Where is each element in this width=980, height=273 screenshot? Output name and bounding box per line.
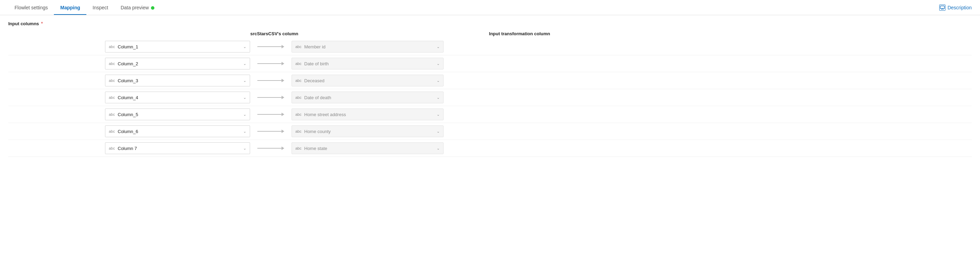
arrow-head: [282, 45, 284, 48]
src-type-badge: abc: [109, 45, 115, 49]
transform-column-value: Home county: [304, 129, 434, 134]
src-column-value: Column_4: [118, 95, 241, 100]
src-chevron-icon: ⌄: [243, 95, 246, 100]
transform-column-dropdown: abc Home street address ⌄: [291, 109, 444, 120]
mapping-column-headers: srcStarsCSV's column Input transformatio…: [8, 31, 972, 36]
mapping-arrow: [250, 45, 291, 48]
description-label: Description: [948, 5, 972, 10]
arrow-body: [257, 148, 282, 148]
transform-column-value: Deceased: [304, 78, 434, 83]
src-type-badge: abc: [109, 78, 115, 83]
arrow-body: [257, 114, 282, 115]
mapping-arrow: [250, 113, 291, 116]
description-icon: [939, 5, 945, 11]
tab-data-preview[interactable]: Data preview: [115, 1, 161, 14]
arrow-line: [257, 45, 284, 48]
arrow-line: [257, 96, 284, 99]
transform-column-dropdown: abc Home state ⌄: [291, 142, 444, 154]
arrow-head: [282, 113, 284, 116]
mapping-row: abc Column_5 ⌄ abc Home street address ⌄: [8, 106, 972, 123]
data-preview-status-dot: [151, 6, 154, 10]
arrow-line: [257, 113, 284, 116]
src-column-dropdown[interactable]: abc Column_3 ⌄: [105, 75, 250, 86]
src-column-dropdown[interactable]: abc Column_4 ⌄: [105, 92, 250, 103]
arrow-line: [257, 79, 284, 82]
src-column-value: Column_5: [118, 112, 241, 117]
arrow-body: [257, 46, 282, 47]
src-column-dropdown[interactable]: abc Column_2 ⌄: [105, 58, 250, 69]
mapping-arrow: [250, 129, 291, 133]
top-navigation: Flowlet settingsMappingInspectData previ…: [0, 0, 980, 15]
mapping-row: abc Column_1 ⌄ abc Member id ⌄: [8, 38, 972, 55]
src-column-header: srcStarsCSV's column: [202, 31, 347, 36]
src-type-badge: abc: [109, 146, 115, 150]
src-column-value: Column_2: [118, 61, 241, 66]
description-button[interactable]: Description: [939, 5, 972, 11]
transform-chevron-icon: ⌄: [437, 95, 440, 100]
arrow-line: [257, 129, 284, 133]
transform-column-header: Input transformation column: [444, 31, 595, 36]
mapping-row: abc Column_6 ⌄ abc Home county ⌄: [8, 123, 972, 140]
arrow-body: [257, 131, 282, 132]
transform-chevron-icon: ⌄: [437, 112, 440, 117]
src-chevron-icon: ⌄: [243, 129, 246, 134]
transform-column-dropdown: abc Date of death ⌄: [291, 92, 444, 103]
transform-column-dropdown: abc Home county ⌄: [291, 125, 444, 137]
mapping-arrow: [250, 79, 291, 82]
arrow-head: [282, 129, 284, 133]
src-chevron-icon: ⌄: [243, 45, 246, 49]
transform-column-dropdown: abc Deceased ⌄: [291, 75, 444, 86]
transform-type-badge: abc: [295, 112, 302, 117]
src-column-value: Column_1: [118, 44, 241, 49]
src-column-dropdown[interactable]: abc Column_5 ⌄: [105, 109, 250, 120]
transform-column-value: Date of birth: [304, 61, 434, 66]
arrow-body: [257, 63, 282, 64]
mapping-row: abc Column_2 ⌄ abc Date of birth ⌄: [8, 55, 972, 72]
svg-rect-0: [940, 6, 944, 9]
src-column-value: Column_6: [118, 129, 241, 134]
arrow-body: [257, 97, 282, 98]
transform-type-badge: abc: [295, 45, 302, 49]
tab-inspect[interactable]: Inspect: [86, 1, 115, 14]
src-chevron-icon: ⌄: [243, 146, 246, 151]
transform-column-dropdown: abc Member id ⌄: [291, 41, 444, 53]
transform-chevron-icon: ⌄: [437, 146, 440, 151]
required-star: *: [40, 21, 43, 26]
arrow-line: [257, 147, 284, 150]
transform-type-badge: abc: [295, 95, 302, 99]
transform-type-badge: abc: [295, 146, 302, 150]
arrow-head: [282, 79, 284, 82]
mapping-rows-container: abc Column_1 ⌄ abc Member id ⌄ abc Colum…: [8, 38, 972, 157]
src-type-badge: abc: [109, 129, 115, 133]
transform-column-value: Home state: [304, 146, 434, 151]
tab-mapping[interactable]: Mapping: [54, 1, 86, 14]
arrow-head: [282, 147, 284, 150]
mapping-arrow: [250, 96, 291, 99]
src-type-badge: abc: [109, 62, 115, 65]
mapping-arrow: [250, 62, 291, 65]
src-chevron-icon: ⌄: [243, 112, 246, 117]
src-type-badge: abc: [109, 95, 115, 99]
src-column-value: Column 7: [118, 146, 241, 151]
src-column-dropdown[interactable]: abc Column_1 ⌄: [105, 41, 250, 53]
transform-column-dropdown: abc Date of birth ⌄: [291, 58, 444, 69]
transform-chevron-icon: ⌄: [437, 129, 440, 134]
src-type-badge: abc: [109, 112, 115, 117]
src-column-dropdown[interactable]: abc Column_6 ⌄: [105, 125, 250, 137]
mapping-arrow: [250, 147, 291, 150]
src-chevron-icon: ⌄: [243, 62, 246, 66]
arrow-body: [257, 80, 282, 81]
transform-column-value: Date of death: [304, 95, 434, 100]
transform-column-value: Home street address: [304, 112, 434, 117]
transform-type-badge: abc: [295, 129, 302, 133]
mapping-row: abc Column 7 ⌄ abc Home state ⌄: [8, 140, 972, 157]
src-column-dropdown[interactable]: abc Column 7 ⌄: [105, 142, 250, 154]
tab-flowlet-settings[interactable]: Flowlet settings: [8, 1, 54, 14]
transform-column-value: Member id: [304, 44, 434, 49]
transform-type-badge: abc: [295, 78, 302, 83]
arrow-head: [282, 62, 284, 65]
input-columns-section-label: Input columns *: [8, 21, 972, 26]
transform-chevron-icon: ⌄: [437, 45, 440, 49]
arrow-head: [282, 96, 284, 99]
mapping-row: abc Column_3 ⌄ abc Deceased ⌄: [8, 72, 972, 89]
